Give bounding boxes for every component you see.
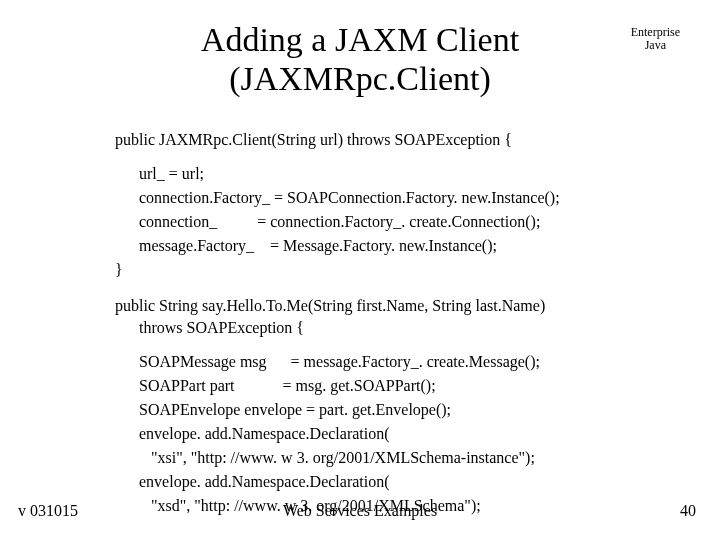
- ctor-line-4: message.Factory_ = Message.Factory. new.…: [139, 236, 680, 256]
- ctor-signature: public JAXMRpc.Client(String url) throws…: [115, 130, 680, 150]
- method2-throws: throws SOAPException {: [139, 318, 680, 338]
- ctor-line-2: connection.Factory_ = SOAPConnection.Fac…: [139, 188, 680, 208]
- page-number: 40: [680, 502, 696, 520]
- m2-line-1: SOAPMessage msg = message.Factory_. crea…: [139, 352, 680, 372]
- m2-line-3: SOAPEnvelope envelope = part. get.Envelo…: [139, 400, 680, 420]
- method2-signature: public String say.Hello.To.Me(String fir…: [115, 296, 680, 316]
- code-body: public JAXMRpc.Client(String url) throws…: [115, 130, 680, 520]
- ctor-line-1: url_ = url;: [139, 164, 680, 184]
- corner-line-2: Java: [631, 39, 680, 52]
- title-area: Adding a JAXM Client (JAXMRpc.Client): [0, 20, 720, 98]
- m2-line-6: envelope. add.Namespace.Declaration(: [139, 472, 680, 492]
- title-line-1: Adding a JAXM Client: [0, 20, 720, 59]
- m2-line-2: SOAPPart part = msg. get.SOAPPart();: [139, 376, 680, 396]
- m2-line-5: "xsi", "http: //www. w 3. org/2001/XMLSc…: [139, 448, 680, 468]
- m2-line-4: envelope. add.Namespace.Declaration(: [139, 424, 680, 444]
- slide: Adding a JAXM Client (JAXMRpc.Client) En…: [0, 0, 720, 540]
- ctor-line-3: connection_ = connection.Factory_. creat…: [139, 212, 680, 232]
- ctor-close: }: [115, 260, 680, 280]
- corner-label: Enterprise Java: [631, 26, 680, 52]
- title-line-2: (JAXMRpc.Client): [0, 59, 720, 98]
- footer-title: Web Services Examples: [0, 502, 720, 520]
